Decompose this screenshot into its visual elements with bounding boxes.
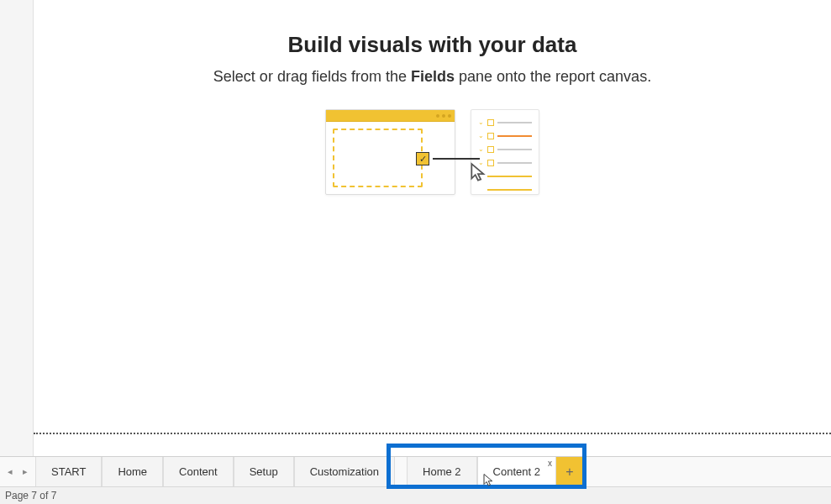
subtitle-pre: Select or drag fields from the — [213, 68, 411, 85]
page-info: Page 7 of 7 — [5, 490, 56, 501]
page-tabs-bar: ◂ ▸ START Home Content Setup Customizati… — [0, 456, 831, 486]
add-page-button[interactable]: + — [556, 457, 583, 486]
tab-label: Content 2 — [493, 465, 540, 478]
tab-content[interactable]: Content — [163, 457, 234, 486]
tab-home-2[interactable]: Home 2 — [407, 457, 477, 486]
tab-nav-next[interactable]: ▸ — [18, 462, 32, 482]
empty-state-title: Build visuals with your data — [34, 32, 831, 58]
canvas-divider — [34, 433, 831, 434]
illustration-canvas: ✓ — [325, 109, 455, 195]
tab-customization[interactable]: Customization — [294, 457, 395, 486]
status-bar: Page 7 of 7 — [0, 486, 831, 504]
close-icon[interactable]: x — [548, 459, 552, 468]
tab-home[interactable]: Home — [102, 457, 163, 486]
tab-label: Customization — [310, 465, 379, 478]
tab-label: START — [51, 465, 86, 478]
tab-label: Content — [179, 465, 218, 478]
empty-state-subtitle: Select or drag fields from the Fields pa… — [34, 68, 831, 86]
tab-label: Home 2 — [423, 465, 461, 478]
subtitle-bold: Fields — [411, 68, 455, 85]
cursor-icon — [468, 162, 490, 187]
subtitle-post: pane onto the report canvas. — [455, 68, 651, 85]
tab-content-2[interactable]: Content 2 x — [477, 457, 556, 486]
tab-nav-prev[interactable]: ◂ — [3, 462, 17, 482]
report-canvas[interactable]: Build visuals with your data Select or d… — [34, 0, 831, 433]
plus-icon: + — [565, 465, 573, 480]
tab-label: Home — [118, 465, 147, 478]
tab-start[interactable]: START — [35, 457, 102, 486]
left-rail — [0, 0, 34, 458]
tab-label: Setup — [250, 465, 278, 478]
tab-nav-arrows: ◂ ▸ — [0, 457, 35, 486]
checkbox-icon: ✓ — [416, 152, 429, 165]
empty-state-illustration: ✓ ⌄ ⌄ ⌄ ⌄ ⌄ ⌄ — [34, 109, 831, 195]
empty-state: Build visuals with your data Select or d… — [34, 0, 831, 195]
tab-setup[interactable]: Setup — [234, 457, 294, 486]
